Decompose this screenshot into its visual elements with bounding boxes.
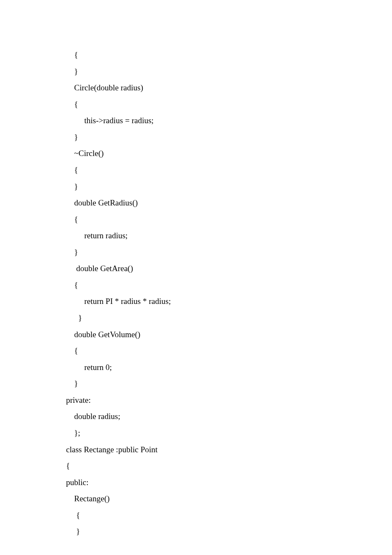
code-line: Rectange() bbox=[66, 491, 392, 507]
code-line: return 0; bbox=[66, 359, 392, 376]
code-line: { bbox=[66, 162, 392, 179]
code-line: { bbox=[66, 211, 392, 228]
code-line: private: bbox=[66, 392, 392, 409]
code-line: return PI * radius * radius; bbox=[66, 293, 392, 310]
code-line: } bbox=[66, 244, 392, 261]
code-line: } bbox=[66, 310, 392, 327]
code-line: { bbox=[66, 458, 392, 474]
code-line: public: bbox=[66, 474, 392, 491]
code-line: { bbox=[66, 47, 392, 64]
code-line: ~Circle() bbox=[66, 145, 392, 162]
code-line: }; bbox=[66, 425, 392, 442]
code-line: double GetVolume() bbox=[66, 327, 392, 343]
code-page: { } Circle(double radius) { this->radius… bbox=[0, 0, 392, 540]
code-line: { bbox=[66, 343, 392, 359]
code-line: return radius; bbox=[66, 228, 392, 244]
code-line: class Rectange :public Point bbox=[66, 442, 392, 458]
code-line: } bbox=[66, 129, 392, 146]
code-line: } bbox=[66, 376, 392, 392]
code-line: this->radius = radius; bbox=[66, 113, 392, 129]
code-line: double radius; bbox=[66, 408, 392, 425]
code-line: { bbox=[66, 96, 392, 113]
code-line: double GetArea() bbox=[66, 260, 392, 277]
code-line: { bbox=[66, 507, 392, 524]
code-line: { bbox=[66, 277, 392, 294]
code-line: } bbox=[66, 179, 392, 195]
code-line: } bbox=[66, 64, 392, 80]
code-line: } bbox=[66, 523, 392, 540]
code-line: double GetRadius() bbox=[66, 195, 392, 211]
code-line: Circle(double radius) bbox=[66, 80, 392, 96]
